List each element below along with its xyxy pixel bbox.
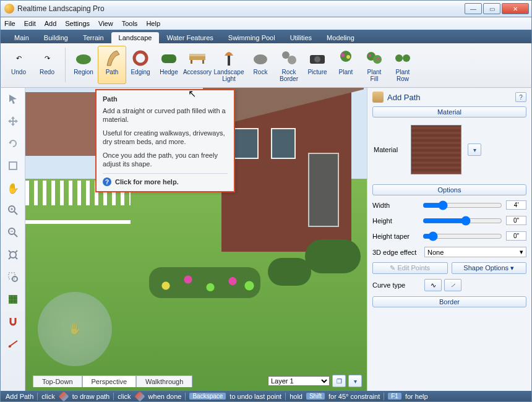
plant-fill-button[interactable]: Plant Fill xyxy=(360,46,388,84)
minimize-button[interactable]: — xyxy=(465,3,482,14)
menu-edit[interactable]: Edit xyxy=(24,20,36,27)
plant-button[interactable]: Plant xyxy=(332,46,360,84)
zoom-out-tool[interactable] xyxy=(6,225,20,240)
tab-main[interactable]: Main xyxy=(7,32,36,43)
accessory-icon xyxy=(188,49,207,67)
menu-tools[interactable]: Tools xyxy=(122,20,138,27)
curve-type-spline[interactable]: ∿ xyxy=(424,279,442,291)
pointer-tool[interactable] xyxy=(6,92,20,106)
left-toolbar: ✋ xyxy=(1,88,25,391)
grid-tool[interactable] xyxy=(6,292,20,307)
height-value[interactable]: 0" xyxy=(506,216,526,225)
rock-button[interactable]: Rock xyxy=(246,46,275,84)
menu-help[interactable]: Help xyxy=(146,20,160,27)
material-swatch[interactable] xyxy=(411,125,461,174)
accessory-button[interactable]: Accessory xyxy=(183,46,212,84)
rock-border-button[interactable]: Rock Border xyxy=(275,46,303,84)
navigation-wheel[interactable] xyxy=(38,292,112,366)
tooltip-help-link[interactable]: ? Click for more help. xyxy=(103,173,228,186)
pan-tool[interactable]: ✋ xyxy=(6,181,20,195)
panel-help-button[interactable]: ? xyxy=(515,92,526,102)
width-value[interactable]: 4' xyxy=(506,200,526,210)
rotate-tool[interactable] xyxy=(6,136,20,151)
shape-buttons: ✎ Edit Points Shape Options ▾ xyxy=(372,262,526,274)
zoom-in-tool[interactable] xyxy=(6,203,20,218)
region-button[interactable]: Region xyxy=(69,46,98,84)
rock-icon xyxy=(251,49,270,67)
close-button[interactable]: ✕ xyxy=(502,3,529,14)
svg-line-28 xyxy=(14,234,17,237)
redo-button[interactable]: ↷ Redo xyxy=(33,46,61,84)
help-icon: ? xyxy=(103,177,111,186)
height-label: Height xyxy=(372,217,419,225)
move-tool[interactable] xyxy=(6,114,20,129)
edge-effect-dropdown[interactable]: None▾ xyxy=(424,247,526,257)
curve-type-line[interactable]: ⟋ xyxy=(444,279,461,291)
layer-control: Layer 1 ❐ ▾ xyxy=(268,375,362,387)
path-button[interactable]: Path xyxy=(98,46,126,84)
tab-modeling[interactable]: Modeling xyxy=(319,32,362,43)
picture-button[interactable]: Picture xyxy=(303,46,332,84)
taper-slider[interactable] xyxy=(423,232,502,241)
svg-point-19 xyxy=(377,58,379,60)
svg-rect-2 xyxy=(161,54,176,63)
viewtab-top-down[interactable]: Top-Down xyxy=(33,375,82,387)
bush-graphic xyxy=(305,239,361,273)
section-material[interactable]: Material xyxy=(372,106,526,118)
svg-rect-31 xyxy=(9,273,15,279)
menu-file[interactable]: File xyxy=(4,20,15,27)
height-slider[interactable] xyxy=(423,216,502,225)
taper-label: Height taper xyxy=(372,233,419,240)
tab-building[interactable]: Building xyxy=(36,32,75,43)
shape-options-button[interactable]: Shape Options ▾ xyxy=(452,262,527,274)
lamp-icon xyxy=(220,49,238,67)
viewtab-perspective[interactable]: Perspective xyxy=(82,375,136,387)
plant-row-button[interactable]: Plant Row xyxy=(388,46,417,84)
edit-points-button[interactable]: ✎ Edit Points xyxy=(372,262,448,274)
svg-rect-7 xyxy=(228,56,230,66)
undo-button[interactable]: ↶ Undo xyxy=(4,46,33,84)
panel-header: Add Path ? xyxy=(372,92,526,103)
status-text: for 45° constraint xyxy=(328,393,380,400)
section-border[interactable]: Border xyxy=(372,296,526,307)
edging-button[interactable]: Edging xyxy=(126,46,155,84)
main-area: ✋ ↖ Path Add a straight or curved path f… xyxy=(0,88,532,391)
snap-tool[interactable] xyxy=(6,314,20,329)
zoom-extents-tool[interactable] xyxy=(6,247,20,262)
taper-value[interactable]: 0" xyxy=(506,231,526,241)
tooltip-help-label: Click for more help. xyxy=(115,178,179,186)
width-slider[interactable] xyxy=(423,201,502,210)
svg-point-18 xyxy=(369,54,371,57)
material-dropdown-button[interactable]: ▾ xyxy=(468,143,481,156)
hedge-button[interactable]: Hedge xyxy=(155,46,183,84)
plant-fill-label: Plant Fill xyxy=(367,69,382,82)
status-text: to undo last point xyxy=(230,393,281,400)
tab-water-features[interactable]: Water Features xyxy=(159,32,220,43)
svg-point-12 xyxy=(314,56,320,62)
svg-rect-5 xyxy=(191,60,192,64)
menu-view[interactable]: View xyxy=(98,20,113,27)
maximize-button[interactable]: ▭ xyxy=(483,3,500,14)
scale-tool[interactable] xyxy=(6,158,20,173)
menu-settings[interactable]: Settings xyxy=(65,20,90,27)
menu-add[interactable]: Add xyxy=(45,20,57,27)
dimension-tool[interactable] xyxy=(6,336,20,351)
width-label: Width xyxy=(372,202,419,209)
tab-terrain[interactable]: Terrain xyxy=(75,32,111,43)
zoom-selection-tool[interactable] xyxy=(6,270,20,284)
edging-label: Edging xyxy=(131,69,150,75)
tab-landscape[interactable]: Landscape xyxy=(111,32,160,43)
layer-dropdown-button[interactable]: ▾ xyxy=(348,375,362,387)
landscape-light-button[interactable]: Landscape Light xyxy=(212,46,246,84)
bush-graphic xyxy=(268,258,311,286)
tab-swimming-pool[interactable]: Swimming Pool xyxy=(221,32,283,43)
layer-select[interactable]: Layer 1 xyxy=(268,376,330,386)
viewtab-walkthrough[interactable]: Walkthrough xyxy=(136,375,192,387)
ribbon-separator xyxy=(65,48,66,82)
tab-utilities[interactable]: Utilities xyxy=(283,32,319,43)
section-options[interactable]: Options xyxy=(372,184,526,195)
layer-visibility-button[interactable]: ❐ xyxy=(332,375,346,387)
svg-point-35 xyxy=(9,345,11,348)
viewport-3d[interactable]: ↖ Path Add a straight or curved path fil… xyxy=(25,88,367,391)
status-text: to draw path xyxy=(72,393,110,400)
